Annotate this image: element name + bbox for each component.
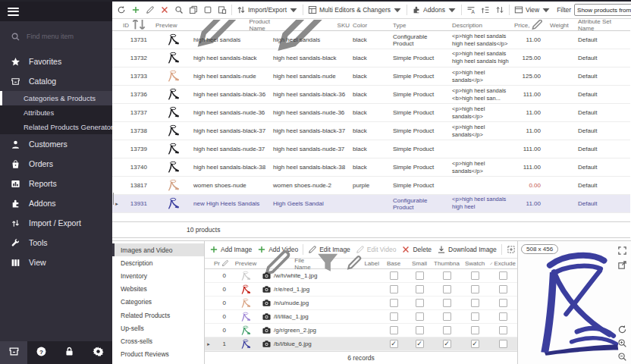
fullscreen-button[interactable]	[617, 245, 627, 255]
splitter-handle[interactable]	[112, 193, 115, 205]
sidebar-item-import-export[interactable]: Import / Export	[0, 213, 112, 233]
tab-product-reviews[interactable]: Product Reviews	[112, 348, 204, 361]
base-checkbox[interactable]	[390, 271, 398, 280]
column-header-label[interactable]: Label	[344, 254, 381, 272]
table-row[interactable]: 13731 high heel sandalshigh heel sandals…	[112, 31, 630, 49]
small-checkbox[interactable]	[416, 271, 424, 280]
tab-websites[interactable]: Websites	[112, 283, 204, 296]
settings-button[interactable]	[84, 341, 111, 364]
column-header-price[interactable]: Price,	[513, 20, 548, 32]
delete-image-button[interactable]: Delete	[399, 243, 434, 256]
catalog-shortcut-button[interactable]	[0, 341, 27, 364]
select-button[interactable]	[201, 4, 215, 16]
column-header-small[interactable]: Small	[407, 260, 432, 267]
table-row[interactable]: 13732 high heel sandals-blackhigh heel s…	[112, 49, 630, 67]
thumbnail-checkbox[interactable]	[443, 285, 451, 293]
category-filter-select[interactable]: Show products from selected categories	[574, 4, 631, 16]
swatch-checkbox[interactable]: ✓	[471, 340, 479, 348]
table-row[interactable]: 13817 women shoes-nudewomen shoes-nude-2…	[112, 177, 630, 195]
table-row[interactable]: 0 /l/i/lilac_1.jpg	[205, 310, 517, 324]
tab-cross-sells[interactable]: Cross-sells	[112, 334, 204, 347]
swatch-checkbox[interactable]	[471, 326, 479, 334]
sidebar-item-tools[interactable]: Tools	[0, 233, 112, 253]
exclude-checkbox[interactable]	[499, 285, 507, 293]
sidebar-item-customers[interactable]: Customers	[0, 134, 112, 154]
zoom-in-button[interactable]	[617, 337, 627, 347]
small-checkbox[interactable]	[416, 285, 424, 293]
column-header-position[interactable]: Pr	[212, 259, 231, 268]
base-checkbox[interactable]	[390, 285, 398, 293]
swatch-checkbox[interactable]	[471, 271, 479, 280]
paste-button[interactable]	[215, 4, 229, 16]
table-row[interactable]: 13739 high heel sandals-nude-37high heel…	[112, 140, 630, 158]
column-header-base[interactable]: Base	[381, 260, 407, 267]
table-row[interactable]: 13736 high heel sandals-black-36high hee…	[112, 86, 630, 104]
import-export-button[interactable]: Import/Export	[234, 4, 300, 16]
small-checkbox[interactable]	[416, 312, 424, 321]
help-button[interactable]: ?	[28, 341, 55, 364]
add-product-button[interactable]	[129, 4, 143, 16]
table-row[interactable]: 13733 high heel sandals-nudehigh heel sa…	[112, 67, 630, 86]
base-checkbox[interactable]	[390, 326, 398, 334]
set-resize-rule-button[interactable]: Set Resize Rule	[504, 243, 518, 256]
swap-button[interactable]	[493, 4, 507, 16]
refresh-button[interactable]	[115, 4, 128, 16]
base-checkbox[interactable]	[390, 312, 398, 321]
thumbnail-checkbox[interactable]	[443, 326, 451, 334]
column-header-attribute-set[interactable]: Attribute Set Name	[576, 20, 630, 32]
lock-button[interactable]	[56, 341, 83, 364]
base-checkbox[interactable]	[390, 299, 398, 307]
sidebar-item-view[interactable]: View	[0, 253, 112, 272]
table-row[interactable]: 13737 high heel sandals-nude-36high heel…	[112, 104, 630, 122]
tab-description[interactable]: Description	[112, 256, 204, 269]
rotate-button[interactable]	[617, 324, 627, 334]
column-header-description[interactable]: Description	[450, 22, 513, 29]
zoom-out-button[interactable]	[617, 351, 627, 361]
fit-rows-button[interactable]	[479, 4, 492, 16]
table-row[interactable]: 13738 high heel sandals-black-37high hee…	[112, 122, 630, 140]
edit-product-button[interactable]	[143, 4, 157, 16]
swatch-checkbox[interactable]	[471, 299, 479, 307]
exclude-checkbox[interactable]	[499, 312, 507, 321]
sidebar-item-favorites[interactable]: Favorites	[0, 52, 112, 71]
tab-inventory[interactable]: Inventory	[112, 269, 204, 282]
sidebar-item-orders[interactable]: Orders	[0, 154, 112, 174]
sidebar-item-reports[interactable]: Reports	[0, 174, 112, 193]
column-header-color[interactable]: Color	[351, 22, 391, 29]
fit-columns-button[interactable]: A	[464, 4, 478, 16]
open-external-button[interactable]	[617, 259, 627, 269]
small-checkbox[interactable]: ✓	[416, 340, 424, 348]
view-button[interactable]: View	[512, 4, 553, 16]
table-row[interactable]: 13740 high heel sandals-black-38high hee…	[112, 158, 630, 177]
tab-images-and-video[interactable]: Images and Video	[112, 243, 204, 256]
tab-up-sells[interactable]: Up-sells	[112, 322, 204, 334]
column-header-weight[interactable]: Weight	[548, 22, 576, 29]
addons-button[interactable]: Addons	[410, 4, 459, 16]
exclude-checkbox[interactable]	[499, 326, 507, 334]
tab-categories[interactable]: Categories	[112, 296, 204, 309]
thumbnail-checkbox[interactable]	[443, 312, 451, 321]
table-row[interactable]: 0 /n/u/nude.jpg	[205, 297, 517, 310]
small-checkbox[interactable]	[416, 299, 424, 307]
hamburger-menu-button[interactable]	[0, 2, 112, 21]
sidebar-item-related-products-generator[interactable]: Related Products Generator	[0, 120, 112, 134]
column-header-type[interactable]: Type	[391, 22, 450, 29]
base-checkbox[interactable]: ✓	[390, 340, 398, 348]
table-row[interactable]: ▸1 /b/l/blue_6.jpg✓✓✓✓	[205, 337, 517, 351]
small-checkbox[interactable]	[416, 326, 424, 334]
sidebar-item-categories-products[interactable]: Categories & Products	[0, 91, 112, 105]
column-header-exclude[interactable]: Exclude	[488, 260, 517, 267]
table-row[interactable]: 0 /g/r/green_2.jpg	[205, 324, 517, 337]
search-products-button[interactable]	[172, 4, 186, 16]
column-header-swatch[interactable]: Swatch	[461, 260, 488, 267]
copy-button[interactable]	[187, 4, 200, 16]
exclude-checkbox[interactable]	[499, 340, 507, 348]
exclude-checkbox[interactable]	[499, 299, 507, 307]
sidebar-item-attributes[interactable]: Attributes	[0, 105, 112, 120]
tab-related-products[interactable]: Related Products	[112, 309, 204, 322]
sidebar-item-catalog[interactable]: Catalog	[0, 71, 112, 91]
column-header-thumbnail[interactable]: Thumbna	[432, 260, 461, 267]
thumbnail-checkbox[interactable]: ✓	[443, 340, 451, 348]
sidebar-item-addons[interactable]: Addons	[0, 193, 112, 213]
thumbnail-checkbox[interactable]	[443, 299, 451, 307]
